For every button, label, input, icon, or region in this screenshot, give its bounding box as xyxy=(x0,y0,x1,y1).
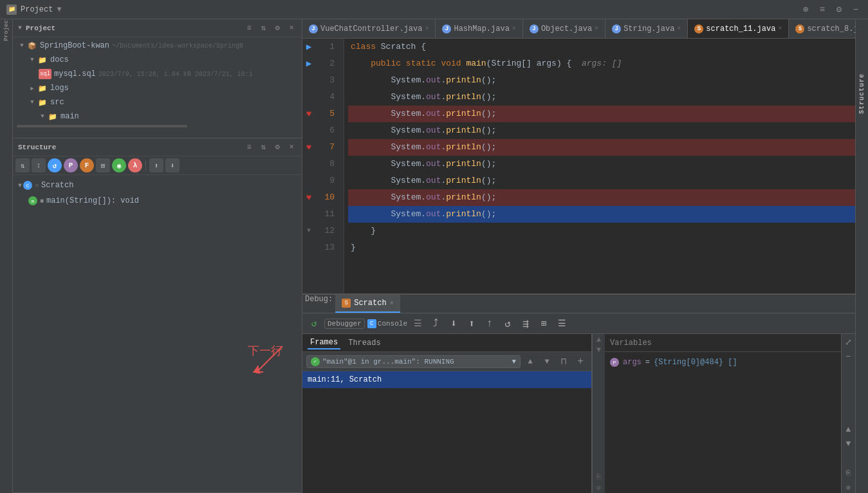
struct-access-circle: ○ xyxy=(35,182,39,189)
dot-11a: . xyxy=(421,206,426,223)
debug-tab-scratch[interactable]: S Scratch × xyxy=(335,295,400,313)
var-eq-args: = xyxy=(645,358,650,367)
project-action-2[interactable]: ⇅ xyxy=(258,23,268,33)
minimize-panel-btn[interactable]: − xyxy=(843,351,854,362)
out-9: out xyxy=(426,172,441,189)
tab-scratch11[interactable]: S scratch_11.java × xyxy=(688,19,789,38)
scroll-top-btn[interactable]: ▲ xyxy=(843,423,854,435)
tree-item-springboot[interactable]: ▼ 📦 SpringBoot-kwan ~/Documents/idea-wor… xyxy=(13,39,302,53)
struct-item-scratch[interactable]: ▼ C ○ Scratch xyxy=(13,178,302,193)
struct-btn-blue[interactable]: ↺ xyxy=(48,158,62,172)
tab-hashmap[interactable]: J HashMap.java × xyxy=(436,19,522,38)
frame-filter-btn[interactable]: ⊓ xyxy=(557,355,571,369)
frame-dropdown-content: ✓ "main"@1 in gr...main": RUNNING xyxy=(311,357,454,366)
frame-up-btn[interactable]: ▲ xyxy=(523,355,537,369)
run-cursor-btn[interactable]: ↑ xyxy=(482,316,497,331)
frame-dropdown[interactable]: ✓ "main"@1 in gr...main": RUNNING ▼ xyxy=(306,355,521,368)
gutter-6 xyxy=(302,122,315,139)
struct-btn-orange[interactable]: F xyxy=(80,158,94,172)
code-editor[interactable]: ▶ ▶ ♥ ♥ xyxy=(302,39,855,293)
frame-down-btn[interactable]: ▼ xyxy=(540,355,554,369)
rerun-btn[interactable]: ↺ xyxy=(306,316,322,331)
struct-item-main[interactable]: m ■ main(String[]): void xyxy=(13,193,302,209)
frame-add-btn[interactable]: + xyxy=(573,355,587,369)
table-view-btn[interactable]: ⊞ xyxy=(536,316,551,331)
linenum-3: 3 xyxy=(315,72,338,89)
dot-6b: . xyxy=(441,122,446,139)
debugger-tab[interactable]: Debugger xyxy=(324,319,365,329)
struct-btn-purple[interactable]: P xyxy=(64,158,78,172)
tree-label-main: main xyxy=(60,112,79,121)
project-settings[interactable]: ⚙ xyxy=(272,23,282,33)
struct-sort-type[interactable]: ↕ xyxy=(32,158,46,172)
struct-inherit[interactable]: ⬆ xyxy=(149,158,163,172)
variables-label: Variables xyxy=(610,339,652,348)
project-close[interactable]: × xyxy=(286,23,297,33)
scroll-bot-btn[interactable]: ▼ xyxy=(843,438,854,449)
sys-3: System xyxy=(391,72,421,89)
out-6: out xyxy=(426,122,441,139)
fold-12[interactable]: ▼ xyxy=(307,223,311,239)
copy-icon[interactable]: ⎘ xyxy=(595,472,604,481)
align-btn[interactable]: ≡ xyxy=(817,4,828,15)
tab-close-vuechat[interactable]: × xyxy=(425,25,429,32)
tab-string[interactable]: J String.java × xyxy=(605,19,688,38)
console-tab[interactable]: C Console xyxy=(367,319,407,328)
frames-tab[interactable]: Frames xyxy=(308,337,340,349)
struct-override[interactable]: ⬇ xyxy=(165,158,180,172)
structure-close[interactable]: × xyxy=(286,142,297,153)
structure-action-2[interactable]: ⇅ xyxy=(258,142,268,153)
dropdown-arrow[interactable]: ▼ xyxy=(57,5,61,14)
debug-tab-close[interactable]: × xyxy=(390,300,394,307)
tree-item-src[interactable]: ▼ 📁 src xyxy=(13,95,302,109)
tab-object[interactable]: J Object.java × xyxy=(523,19,605,38)
struct-sort-alpha[interactable]: ⇅ xyxy=(15,158,30,172)
list-view-btn[interactable]: ☰ xyxy=(554,316,569,331)
tree-item-docs[interactable]: ▼ 📁 docs xyxy=(13,53,302,67)
minimize-btn[interactable]: − xyxy=(850,4,862,15)
show-all-btn[interactable]: ☰ xyxy=(410,316,425,331)
settings-btn2[interactable]: ⚙ xyxy=(833,4,845,15)
frame-item-main[interactable]: main:11, Scratch xyxy=(302,371,591,388)
more-options-btn[interactable]: ⇶ xyxy=(518,316,533,331)
sidebar-project-icon[interactable]: Project xyxy=(1,23,12,35)
tree-item-main[interactable]: ▼ 📁 main xyxy=(13,109,302,124)
tree-item-logs[interactable]: ▶ 📁 logs xyxy=(13,81,302,95)
copy-btn[interactable]: ⎘ xyxy=(843,467,854,479)
folder-logs-icon: 📁 xyxy=(37,83,48,93)
bp-10: ♥ xyxy=(306,189,311,206)
tab-close-object[interactable]: × xyxy=(595,25,598,32)
threads-tab[interactable]: Threads xyxy=(346,337,383,349)
watch-icon[interactable]: ⊙ xyxy=(595,483,604,492)
step-over-btn[interactable]: ⤴ xyxy=(428,316,443,331)
sidebar-structure-label[interactable]: Structure xyxy=(858,71,865,116)
frame-running-icon: ✓ xyxy=(311,357,320,366)
gutter-10: ♥ xyxy=(302,189,315,206)
scroll-down[interactable]: ▼ xyxy=(595,346,604,355)
gutter-13 xyxy=(302,239,315,256)
struct-btn-5[interactable]: ⊞ xyxy=(96,158,110,172)
structure-settings[interactable]: ⚙ xyxy=(272,142,282,153)
watch-btn[interactable]: ⊙ xyxy=(843,481,854,493)
tab-close-scratch11[interactable]: × xyxy=(778,25,782,32)
sync-btn[interactable]: ⊕ xyxy=(800,4,811,15)
scroll-up[interactable]: ▲ xyxy=(595,335,604,344)
gutter-5: ♥ xyxy=(302,106,315,122)
code-content[interactable]: class Scratch { public static void main … xyxy=(344,39,855,293)
project-action-1[interactable]: ≡ xyxy=(244,23,254,33)
par-6: (); xyxy=(481,122,496,139)
maximize-btn[interactable]: ⤢ xyxy=(843,337,854,348)
struct-btn-red[interactable]: λ xyxy=(128,158,142,172)
tab-close-string[interactable]: × xyxy=(677,25,681,32)
project-header-actions: ≡ ⇅ ⚙ × xyxy=(244,23,297,33)
tab-close-hashmap[interactable]: × xyxy=(512,25,516,32)
force-step-btn[interactable]: ↺ xyxy=(500,316,515,331)
struct-btn-green[interactable]: ◉ xyxy=(112,158,126,172)
step-out-btn[interactable]: ⬆ xyxy=(464,316,479,331)
structure-action-1[interactable]: ≡ xyxy=(244,142,254,153)
tab-scratch8[interactable]: S scratch_8.java × xyxy=(789,19,855,38)
tree-item-mysql[interactable]: sql mysql.sql 2023/7/9, 15:28, 1.84 kB 2… xyxy=(13,67,302,81)
tab-vuechat[interactable]: J VueChatController.java × xyxy=(302,19,436,38)
step-into-btn[interactable]: ⬇ xyxy=(446,316,461,331)
var-val-args: {String[0]@484} [] xyxy=(654,358,737,367)
